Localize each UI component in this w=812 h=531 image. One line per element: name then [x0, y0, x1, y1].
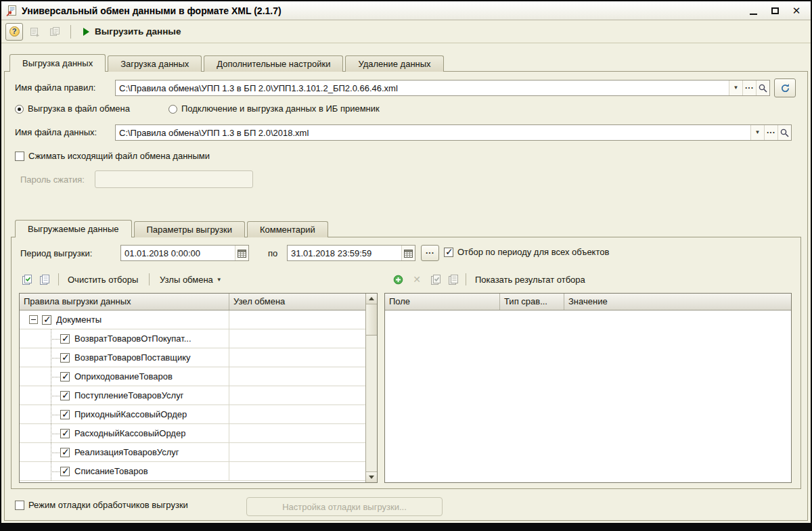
window-controls: ✕ — [747, 5, 803, 17]
rule-checkbox[interactable] — [42, 315, 51, 325]
clear-filters-label: Очистить отборы — [68, 275, 138, 285]
period-to-calendar-button[interactable] — [401, 246, 415, 260]
exchange-node-cell[interactable] — [229, 405, 365, 423]
period-filter-label: Отбор по периоду для всех объектов — [457, 247, 609, 258]
minimize-button[interactable] — [747, 5, 759, 17]
data-file-dropdown-button[interactable]: ▼ — [750, 125, 764, 140]
clear-filters-button[interactable]: Очистить отборы — [65, 272, 141, 287]
data-file-input[interactable]: C:\Правила обмена\УПП 1.3 в БП 2.0\2018.… — [115, 124, 792, 141]
table-row[interactable]: Документы — [20, 310, 365, 329]
exchange-nodes-button[interactable]: Узлы обмена ▼ — [157, 272, 225, 287]
tree-collapse-icon[interactable] — [29, 315, 38, 324]
maximize-button[interactable] — [769, 5, 781, 17]
period-from-input[interactable]: 01.01.2018 0:00:00 — [120, 245, 249, 261]
rule-checkbox[interactable] — [60, 391, 70, 400]
table-row[interactable]: ПриходныйКассовыйОрдер — [20, 405, 365, 424]
rules-file-browse-button[interactable]: ... — [742, 80, 756, 95]
rule-cell: Документы — [20, 310, 229, 329]
tab-export-parameters[interactable]: Параметры выгрузки — [134, 221, 245, 237]
exchange-node-cell[interactable] — [229, 424, 365, 442]
clear-all-marks-icon — [39, 274, 51, 285]
window-title: Универсальный обмен данными в формате XM… — [22, 5, 747, 16]
scroll-down-button[interactable] — [366, 471, 377, 482]
rules-table-scrollbar[interactable] — [365, 294, 377, 482]
exchange-node-cell[interactable] — [229, 443, 365, 461]
tab-additional-settings[interactable]: Дополнительные настройки — [204, 55, 343, 72]
col-header-rules[interactable]: Правила выгрузки данных — [20, 294, 229, 310]
rules-file-open-button[interactable] — [756, 80, 769, 95]
restore-filter-icon — [448, 274, 459, 285]
filter-table: Поле Тип срав... Значение — [384, 293, 792, 483]
debug-settings-label: Настройка отладки выгрузки... — [282, 502, 407, 512]
clear-all-marks-button[interactable] — [37, 272, 53, 287]
table-row[interactable]: СписаниеТоваров — [20, 462, 365, 481]
radio-export-to-ib[interactable]: Подключение и выгрузка данных в ИБ прием… — [168, 103, 380, 114]
exchange-node-cell[interactable] — [229, 310, 365, 329]
more-icon: ... — [426, 247, 434, 255]
add-filter-button[interactable] — [390, 272, 406, 287]
tab-comment[interactable]: Комментарий — [247, 221, 328, 237]
tab-export-data[interactable]: Выгрузка данных — [9, 54, 106, 72]
period-from-calendar-button[interactable] — [235, 246, 248, 260]
debug-mode-checkbox[interactable]: Режим отладки обработчиков выгрузки — [15, 500, 188, 511]
help-button[interactable]: ? — [5, 23, 23, 41]
col-header-field[interactable]: Поле — [385, 294, 500, 310]
rule-name: РеализацияТоваровУслуг — [74, 447, 179, 457]
show-filter-result-button[interactable]: Показать результат отбора — [472, 272, 588, 287]
close-icon: ✕ — [792, 5, 801, 16]
exchange-node-cell[interactable] — [229, 348, 365, 367]
rule-checkbox[interactable] — [60, 410, 70, 419]
save-filter-icon — [430, 274, 442, 285]
col-header-value[interactable]: Значение — [564, 294, 791, 310]
reload-rules-button[interactable] — [774, 78, 796, 97]
scroll-up-button[interactable] — [366, 294, 377, 304]
close-button[interactable]: ✕ — [790, 5, 803, 17]
table-row[interactable]: ВозвратТоваровПоставщику — [20, 348, 365, 367]
scroll-thumb[interactable] — [366, 304, 377, 336]
col-header-node[interactable]: Узел обмена — [229, 294, 365, 310]
table-row[interactable]: ОприходованиеТоваров — [20, 367, 365, 386]
exchange-node-cell[interactable] — [229, 462, 365, 480]
table-row[interactable]: РеализацияТоваровУслуг — [20, 443, 365, 462]
set-all-marks-button[interactable] — [19, 272, 35, 287]
browse-icon: ... — [767, 126, 775, 135]
table-row[interactable]: ПоступлениеТоваровУслуг — [20, 386, 365, 405]
data-file-browse-button[interactable]: ... — [764, 125, 777, 140]
rule-checkbox[interactable] — [60, 372, 70, 382]
rule-checkbox[interactable] — [60, 429, 70, 438]
minimize-icon — [750, 14, 757, 15]
rules-file-value: C:\Правила обмена\УПП 1.3 в БП 2.0\УПП1.… — [116, 83, 729, 93]
period-label: Период выгрузки: — [20, 248, 92, 259]
export-data-button[interactable]: Выгрузить данные — [78, 23, 186, 41]
rules-file-input[interactable]: C:\Правила обмена\УПП 1.3 в БП 2.0\УПП1.… — [115, 80, 770, 96]
rule-name: ПриходныйКассовыйОрдер — [74, 409, 187, 419]
exchange-node-cell[interactable] — [229, 329, 365, 348]
scroll-down-icon — [369, 476, 374, 479]
toolbar-separator — [70, 25, 71, 39]
rule-cell: ВозвратТоваровОтПокупат... — [20, 329, 229, 348]
chevron-down-icon: ▼ — [755, 130, 761, 135]
help-icon: ? — [9, 26, 20, 37]
rule-checkbox[interactable] — [60, 334, 70, 344]
exchange-node-cell[interactable] — [229, 367, 365, 386]
tab-import-data[interactable]: Загрузка данных — [108, 55, 202, 72]
radio-icon — [15, 105, 24, 114]
radio-export-to-file[interactable]: Выгрузка в файл обмена — [15, 103, 130, 114]
compress-checkbox[interactable]: Сжимать исходящий файл обмена данными — [15, 151, 210, 162]
rule-name: РасходныйКассовыйОрдер — [74, 428, 185, 438]
inner-tabstrip: Выгружаемые данные Параметры выгрузки Ко… — [15, 220, 328, 237]
rules-file-dropdown-button[interactable]: ▼ — [729, 80, 742, 95]
tab-exported-data[interactable]: Выгружаемые данные — [15, 220, 132, 237]
table-row[interactable]: РасходныйКассовыйОрдер — [20, 424, 365, 443]
table-row[interactable]: ВозвратТоваровОтПокупат... — [20, 329, 365, 348]
period-to-input[interactable]: 31.01.2018 23:59:59 — [287, 245, 415, 261]
rule-checkbox[interactable] — [60, 467, 70, 476]
rule-checkbox[interactable] — [60, 353, 70, 363]
data-file-open-button[interactable] — [777, 125, 791, 140]
period-more-button[interactable]: ... — [421, 245, 439, 261]
rule-checkbox[interactable] — [60, 448, 70, 457]
tab-delete-data[interactable]: Удаление данных — [345, 55, 443, 72]
period-filter-checkbox[interactable]: Отбор по периоду для всех объектов — [444, 247, 609, 258]
col-header-compare-type[interactable]: Тип срав... — [500, 294, 564, 310]
exchange-node-cell[interactable] — [229, 386, 365, 405]
